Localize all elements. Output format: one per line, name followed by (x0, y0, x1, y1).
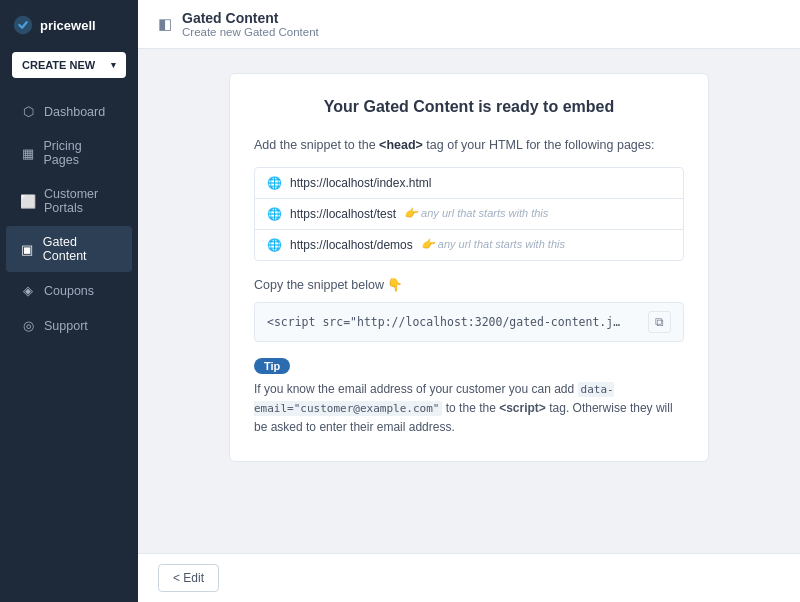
globe-icon: 🌐 (267, 176, 282, 190)
header-info: Gated Content Create new Gated Content (182, 10, 319, 38)
page-header: ◧ Gated Content Create new Gated Content (138, 0, 800, 49)
embed-title: Your Gated Content is ready to embed (254, 98, 684, 116)
snippet-code: <script src="http://localhost:3200/gated… (267, 315, 640, 329)
dashboard-icon: ⬡ (20, 104, 36, 119)
sidebar-item-coupons[interactable]: ◈ Coupons (6, 274, 132, 307)
main-content: ◧ Gated Content Create new Gated Content… (138, 0, 800, 602)
url-text: https://localhost/test (290, 207, 396, 221)
content-area: Your Gated Content is ready to embed Add… (138, 49, 800, 553)
gated-content-icon: ▣ (20, 242, 35, 257)
sidebar-item-label: Support (44, 319, 88, 333)
create-new-button[interactable]: CREATE NEW ▾ (12, 52, 126, 78)
sidebar: pricewell CREATE NEW ▾ ⬡ Dashboard ▦ Pri… (0, 0, 138, 602)
customer-portals-icon: ⬜ (20, 194, 36, 209)
instruction-text: Add the snippet to the <head> tag of you… (254, 136, 684, 155)
sidebar-item-dashboard[interactable]: ⬡ Dashboard (6, 95, 132, 128)
embed-card: Your Gated Content is ready to embed Add… (229, 73, 709, 462)
page-footer: < Edit (138, 553, 800, 602)
globe-icon: 🌐 (267, 238, 282, 252)
chevron-down-icon: ▾ (111, 60, 116, 70)
url-hint: 👉 any url that starts with this (421, 238, 565, 251)
sidebar-item-support[interactable]: ◎ Support (6, 309, 132, 342)
globe-icon: 🌐 (267, 207, 282, 221)
tip-text: If you know the email address of your cu… (254, 380, 684, 438)
logo: pricewell (0, 0, 138, 46)
copy-label: Copy the snippet below 👇 (254, 277, 684, 292)
support-icon: ◎ (20, 318, 36, 333)
tip-section: Tip If you know the email address of you… (254, 358, 684, 438)
edit-button[interactable]: < Edit (158, 564, 219, 592)
sidebar-item-label: Customer Portals (44, 187, 118, 215)
sidebar-item-customer-portals[interactable]: ⬜ Customer Portals (6, 178, 132, 224)
sidebar-item-label: Pricing Pages (43, 139, 118, 167)
logo-text: pricewell (40, 18, 96, 33)
copy-button[interactable]: ⧉ (648, 311, 671, 333)
url-item: 🌐 https://localhost/test 👉 any url that … (255, 199, 683, 230)
page-title: Gated Content (182, 10, 319, 26)
sidebar-item-label: Coupons (44, 284, 94, 298)
url-item: 🌐 https://localhost/demos 👉 any url that… (255, 230, 683, 260)
snippet-box: <script src="http://localhost:3200/gated… (254, 302, 684, 342)
tip-badge: Tip (254, 358, 290, 374)
coupons-icon: ◈ (20, 283, 36, 298)
url-hint: 👉 any url that starts with this (404, 207, 548, 220)
pricing-pages-icon: ▦ (20, 146, 35, 161)
sidebar-item-label: Gated Content (43, 235, 118, 263)
logo-icon (12, 14, 34, 36)
header-icon: ◧ (158, 15, 172, 33)
url-text: https://localhost/demos (290, 238, 413, 252)
sidebar-item-gated-content[interactable]: ▣ Gated Content (6, 226, 132, 272)
sidebar-item-label: Dashboard (44, 105, 105, 119)
url-item: 🌐 https://localhost/index.html (255, 168, 683, 199)
page-subtitle: Create new Gated Content (182, 26, 319, 38)
url-text: https://localhost/index.html (290, 176, 431, 190)
sidebar-item-pricing-pages[interactable]: ▦ Pricing Pages (6, 130, 132, 176)
url-list: 🌐 https://localhost/index.html 🌐 https:/… (254, 167, 684, 261)
